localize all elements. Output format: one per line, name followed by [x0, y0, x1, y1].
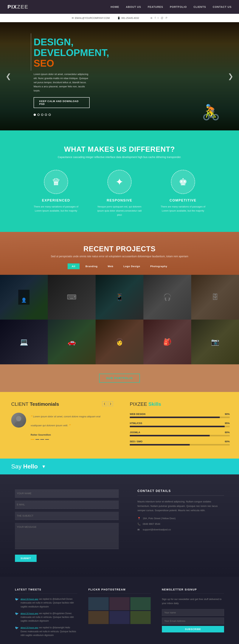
feature-competitive: ♚ COMPETITIVE There are many variations … [159, 170, 207, 217]
flickr-item-2[interactable] [109, 597, 130, 610]
skill-webdesign: Web Design 90% [130, 413, 230, 418]
nav-portfolio[interactable]: PORTFOLIO [170, 6, 187, 8]
testimonial-prev[interactable]: ❮ [102, 401, 107, 406]
portfolio-item-6[interactable]: 💻 [0, 320, 48, 364]
filter-logo-design[interactable]: Logo Design [119, 264, 144, 269]
contact-bar: ✉ EMAIL@YOURCOMPANY.COM 📱 081-25445-4032… [0, 14, 239, 22]
flickr-item-1[interactable] [88, 597, 108, 610]
testimonial-author: Reiter Sourmillon [31, 434, 111, 436]
newsletter-description: Sign up for our newsletter and get free … [162, 597, 224, 606]
twitter-icon-2: 🐦 [15, 612, 19, 616]
hero-dot-1[interactable] [34, 114, 36, 116]
portfolio-item-2[interactable]: ⌨ [48, 275, 96, 320]
filter-photography[interactable]: Photography [146, 264, 171, 269]
contact-details-title: CONTACT DETAILS [137, 489, 224, 496]
contact-section: SUBMIT CONTACT DETAILS Mauris interdum t… [0, 474, 239, 577]
rss-icon[interactable]: ⊕ [150, 16, 153, 20]
testimonial-dot-2 [36, 439, 39, 440]
skill-joomla-label: Joomla 80% [130, 431, 230, 434]
logo-zee: ZEE [17, 4, 28, 10]
flickr-item-5[interactable] [109, 611, 130, 624]
nav-home[interactable]: HOME [111, 6, 119, 8]
contact-details: CONTACT DETAILS Mauris interdum tortor e… [137, 489, 224, 562]
portfolio-item-3[interactable]: 📱 [96, 275, 143, 320]
hero-dots [34, 114, 90, 116]
testimonials-section: CLIENT Testimonials ❮ ❯ Lorem ipsum dolo… [0, 392, 120, 458]
projects-subtitle: Sed ut perspiciatis unde omnis iste natu… [11, 255, 228, 258]
newsletter-email-input[interactable] [162, 618, 224, 624]
portfolio-item-5[interactable]: 🗄 [191, 275, 239, 320]
testimonial-dot-1 [31, 439, 34, 440]
flickr-item-3[interactable] [130, 597, 150, 610]
nav-features[interactable]: FEATURES [148, 6, 163, 8]
hero-next-arrow[interactable]: ❯ [228, 72, 233, 80]
hero-dot-4[interactable] [45, 114, 47, 116]
flickr-item-6[interactable] [130, 611, 150, 624]
tweet-item-3: 🐦 about 16 hours ago we replied to @danw… [15, 626, 77, 637]
newsletter-name-input[interactable] [162, 609, 224, 616]
filter-web[interactable]: Web [104, 264, 117, 269]
skill-webdesign-bg [130, 416, 230, 418]
portfolio-item-9[interactable]: 🎒 [143, 320, 191, 364]
skills-title: PIXZEE Skills [130, 401, 230, 407]
flickr-item-4[interactable] [88, 611, 108, 624]
skill-htmlcss-bg [130, 426, 230, 427]
contact-message-input[interactable] [15, 523, 119, 549]
hero-cta-button[interactable]: KEEP CALM AND DOWNLOAD PSD [34, 97, 90, 108]
tweet-time-3[interactable]: about 16 hours ago [21, 626, 38, 629]
contact-email: ✉ support@downloadpsd.co [137, 528, 224, 532]
phone-icon: 📱 [117, 16, 120, 20]
feature-competitive-title: COMPETITIVE [169, 198, 196, 202]
portfolio-item-1[interactable]: 👤 [0, 275, 48, 320]
hero-dot-5[interactable] [49, 114, 51, 116]
testimonials-skills-section: CLIENT Testimonials ❮ ❯ Lorem ipsum dolo… [0, 392, 239, 458]
say-hello-text: Say Hello [11, 463, 38, 470]
contact-address: 📍 18A, Polo Street (Yellow Door) [137, 517, 224, 520]
contact-submit-button[interactable]: SUBMIT [15, 555, 37, 562]
contact-subject-input[interactable] [15, 512, 119, 520]
filter-branding[interactable]: Branding [81, 264, 102, 269]
nav-clients[interactable]: CLIENTS [193, 6, 206, 8]
different-title: WHAT MAKES US DIFFERENT? [11, 145, 228, 153]
portfolio-item-4[interactable]: 🎧 [143, 275, 191, 320]
tweet-time-2[interactable]: about 16 hours ago [21, 612, 38, 614]
hero-section: ❮ DESIGN, DEVELOPMENT, SEO Lorem ipsum d… [0, 22, 239, 130]
feature-responsive-icon: ✦ [107, 170, 132, 194]
tweet-time-1[interactable]: about 16 hours ago [21, 598, 38, 600]
say-hello-section: Say Hello ▼ [0, 458, 239, 474]
testimonial-next[interactable]: ❯ [108, 401, 113, 406]
twitter-icon[interactable]: t [158, 16, 158, 20]
twitter-icon-3: 🐦 [15, 626, 19, 630]
skills-title-colored: Skills [148, 401, 161, 407]
nav-about[interactable]: ABOUT US [126, 6, 141, 8]
subscribe-button[interactable]: SUBSCRIBE [162, 626, 224, 632]
feature-responsive-desc: Nesque porro quisquam est, qui dolorem i… [95, 205, 144, 217]
hero-dot-3[interactable] [41, 114, 43, 116]
logo[interactable]: PIXZEE [8, 4, 28, 10]
skill-seo: SEO / SMO 60% [130, 440, 230, 446]
portfolio-item-7[interactable]: 🚗 [48, 320, 96, 364]
footer-newsletter-title: NEWSLETTER SIGNUP [162, 588, 224, 594]
tweet-content-2: about 16 hours ago we replied to @hugobr… [21, 612, 77, 623]
portfolio-item-10[interactable]: 📷 [191, 320, 239, 364]
nav-contact[interactable]: CONTACT US [213, 6, 231, 8]
filter-all[interactable]: All [68, 264, 80, 269]
contact-phone: 📞 0846 9907 8544 [137, 522, 224, 526]
contact-email-input[interactable] [15, 500, 119, 509]
hero-prev-arrow[interactable]: ❮ [6, 72, 11, 80]
tweet-content-3: about 16 hours ago we replied to @danwri… [21, 626, 77, 637]
filter-tabs: All Branding Web Logo Design Photography [11, 264, 228, 269]
main-nav: PIXZEE HOME ABOUT US FEATURES PORTFOLIO … [0, 0, 239, 14]
portfolio-button[interactable]: OUR PORTFOLIO [99, 374, 140, 383]
tweet-content-1: about 16 hours ago we replied to @daibur… [21, 597, 77, 608]
footer-tweets-title: LATEST TWEETS [15, 588, 77, 594]
contact-name-input[interactable] [15, 489, 119, 498]
hero-dot-2[interactable] [37, 114, 40, 116]
testimonials-title-bold: Testimonials [30, 401, 59, 407]
tweet-item-2: 🐦 about 16 hours ago we replied to @hugo… [15, 612, 77, 623]
tweet-item-1: 🐦 about 16 hours ago we replied to @daib… [15, 597, 77, 608]
pinterest-icon[interactable]: P [166, 16, 167, 20]
portfolio-item-8[interactable]: 👩 [96, 320, 143, 364]
facebook-icon[interactable]: f [155, 16, 155, 20]
instagram-icon[interactable]: @ [161, 16, 163, 20]
